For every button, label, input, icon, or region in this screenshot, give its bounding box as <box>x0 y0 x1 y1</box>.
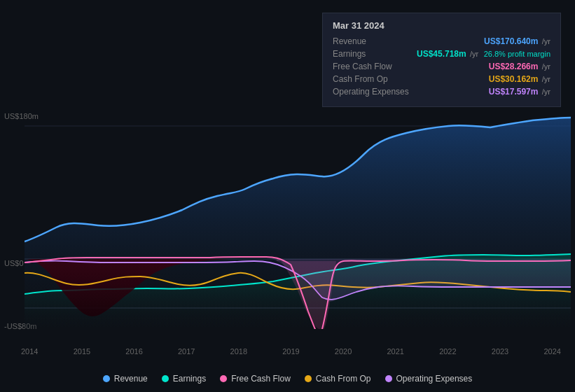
legend-fcf-label: Free Cash Flow <box>231 374 291 384</box>
legend-revenue: Revenue <box>103 374 148 384</box>
revenue-value: US$170.640m <box>484 36 538 46</box>
x-label-2020: 2020 <box>335 347 352 356</box>
cashop-dot <box>305 375 312 382</box>
x-label-2019: 2019 <box>282 347 299 356</box>
revenue-row: Revenue US$170.640m /yr <box>333 36 550 46</box>
x-label-2014: 2014 <box>21 347 38 356</box>
earnings-dot <box>162 375 169 382</box>
cashop-row: Cash From Op US$30.162m /yr <box>333 74 550 84</box>
x-label-2018: 2018 <box>230 347 247 356</box>
legend-cashop: Cash From Op <box>305 374 371 384</box>
legend-earnings: Earnings <box>162 374 206 384</box>
earnings-value: US$45.718m <box>417 49 466 59</box>
cashop-value: US$30.162m <box>489 74 539 84</box>
x-label-2021: 2021 <box>387 347 403 356</box>
revenue-label: Revenue <box>333 36 417 46</box>
legend-earnings-label: Earnings <box>173 374 206 384</box>
chart-legend: Revenue Earnings Free Cash Flow Cash Fro… <box>0 374 575 384</box>
opex-dot <box>385 375 392 382</box>
data-panel: Mar 31 2024 Revenue US$170.640m /yr Earn… <box>322 13 561 107</box>
opex-value: US$17.597m <box>489 87 539 97</box>
legend-cashop-label: Cash From Op <box>316 374 371 384</box>
panel-title: Mar 31 2024 <box>333 20 550 31</box>
chart-container: Mar 31 2024 Revenue US$170.640m /yr Earn… <box>0 0 575 392</box>
profit-margin: 26.8% profit margin <box>484 50 550 58</box>
fcf-value: US$28.266m <box>489 62 539 71</box>
fcf-label: Free Cash Flow <box>333 62 417 71</box>
legend-opex-label: Operating Expenses <box>396 374 473 384</box>
x-label-2024: 2024 <box>543 347 560 356</box>
earnings-label: Earnings <box>333 49 417 59</box>
fcf-dot <box>220 375 227 382</box>
legend-revenue-label: Revenue <box>114 374 148 384</box>
legend-fcf: Free Cash Flow <box>220 374 291 384</box>
opex-row: Operating Expenses US$17.597m /yr <box>333 87 550 97</box>
opex-label: Operating Expenses <box>333 87 417 97</box>
x-label-2023: 2023 <box>492 347 508 356</box>
x-label-2015: 2015 <box>74 347 90 356</box>
chart-svg <box>0 112 575 350</box>
x-label-2016: 2016 <box>125 347 142 356</box>
fcf-row: Free Cash Flow US$28.266m /yr <box>333 62 550 71</box>
x-label-2022: 2022 <box>439 347 456 356</box>
legend-opex: Operating Expenses <box>385 374 473 384</box>
cashop-label: Cash From Op <box>333 74 417 84</box>
revenue-dot <box>103 375 110 382</box>
x-label-2017: 2017 <box>178 347 195 356</box>
x-axis: 2014 2015 2016 2017 2018 2019 2020 2021 … <box>21 347 575 356</box>
earnings-row: Earnings US$45.718m /yr 26.8% profit mar… <box>333 49 550 59</box>
